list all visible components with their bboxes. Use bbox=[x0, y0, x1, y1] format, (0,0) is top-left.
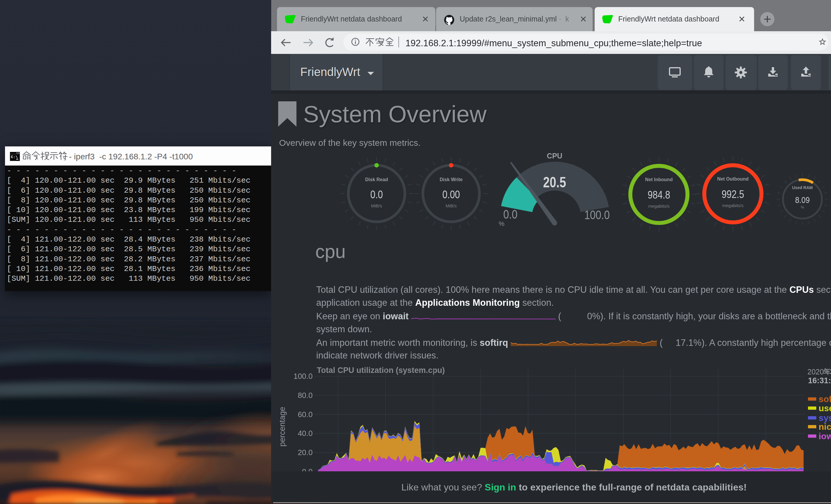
svg-text:C:\: C:\ bbox=[11, 155, 18, 159]
